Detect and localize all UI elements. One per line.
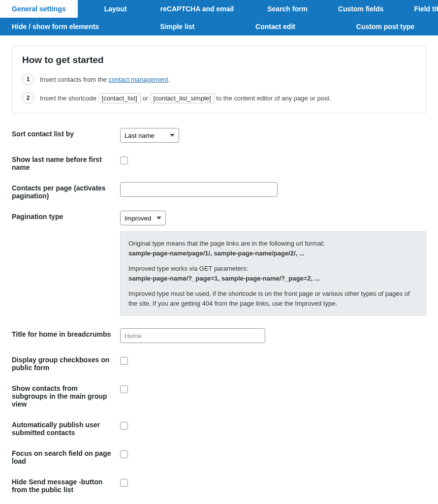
group-checkboxes-checkbox[interactable] (120, 357, 128, 365)
step-1: 1 Insert contacts from the contact manag… (22, 73, 416, 85)
subgroups-checkbox[interactable] (120, 385, 128, 393)
autopublish-label: Automatically publish user submitted con… (12, 419, 120, 437)
hide-send-checkbox[interactable] (120, 479, 128, 487)
contacts-per-page-label: Contacts per page (activates pagination) (12, 182, 120, 200)
tab-contact-edit[interactable]: Contact edit (244, 18, 307, 35)
focus-search-label: Focus on search field on page load (12, 447, 120, 465)
tab-search-form[interactable]: Search form (255, 0, 319, 18)
tab-recaptcha-email[interactable]: reCAPTCHA and email (149, 0, 246, 18)
autopublish-checkbox[interactable] (120, 422, 128, 430)
breadcrumb-title-label: Title for home in breadcrumbs (12, 328, 120, 338)
getting-started-heading: How to get started (22, 55, 416, 65)
sort-by-label: Sort contact list by (12, 128, 120, 138)
step-1-text: Insert contacts from the contact managem… (40, 76, 170, 83)
tab-general-settings[interactable]: General settings (0, 0, 78, 18)
tab-custom-post-type[interactable]: Custom post type (344, 18, 426, 35)
group-checkboxes-label: Display group checkboxes on public form (12, 354, 120, 372)
lastname-first-checkbox[interactable] (120, 157, 128, 164)
tab-simple-list[interactable]: Simple list (148, 18, 206, 35)
tab-field-titles[interactable]: Field titles and texts (403, 0, 438, 18)
breadcrumb-title-input[interactable] (120, 328, 265, 343)
step-2-text: Insert the shortcode [contact_list] or [… (40, 93, 331, 103)
contact-management-link[interactable]: contact management (108, 76, 168, 83)
step-2-badge: 2 (22, 92, 34, 104)
shortcode-contact-list-simple: [contact_list_simple] (150, 93, 215, 103)
tab-layout[interactable]: Layout (93, 0, 139, 18)
focus-search-checkbox[interactable] (120, 450, 128, 458)
step-1-badge: 1 (22, 73, 34, 85)
shortcode-contact-list: [contact_list] (98, 93, 141, 103)
lastname-first-label: Show last name before first name (12, 154, 120, 171)
contacts-per-page-input[interactable] (120, 182, 278, 197)
pagination-type-label: Pagination type (12, 211, 120, 220)
tab-hide-show-elements[interactable]: Hide / show form elements (0, 18, 111, 35)
tab-custom-fields[interactable]: Custom fields (326, 0, 396, 18)
subgroups-label: Show contacts from subgroups in the main… (12, 382, 120, 408)
hide-send-label: Hide Send message -button from the publi… (12, 476, 120, 494)
settings-tabs: General settings Layout reCAPTCHA and em… (0, 0, 438, 35)
step-2: 2 Insert the shortcode [contact_list] or… (22, 92, 416, 104)
pagination-type-select[interactable]: Improved (120, 211, 166, 225)
sort-by-select[interactable]: Last name (120, 128, 179, 143)
getting-started-box: How to get started 1 Insert contacts fro… (12, 45, 426, 113)
pagination-help-box: Original type means that the page links … (120, 231, 426, 315)
